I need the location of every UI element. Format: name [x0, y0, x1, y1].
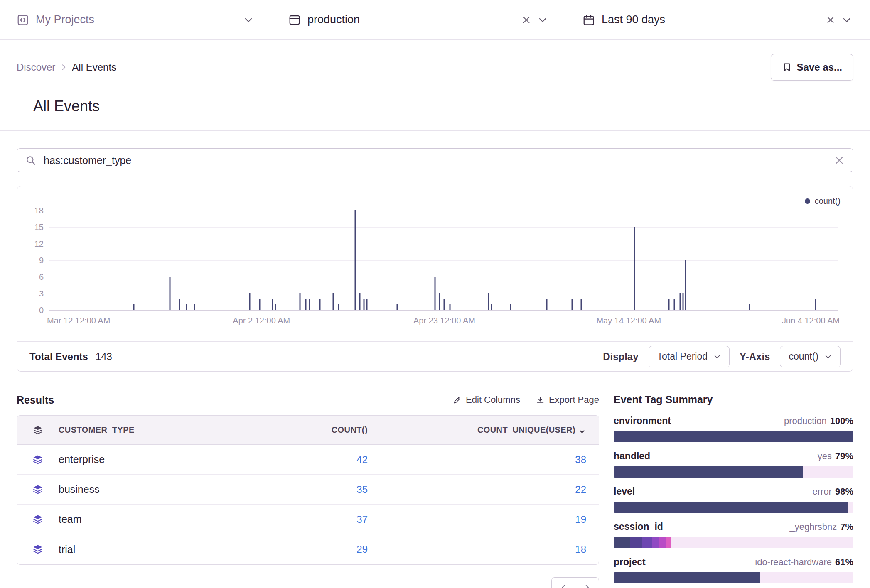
date-range-filter[interactable]: Last 90 days — [566, 0, 870, 39]
y-axis-select-value: count() — [789, 351, 818, 362]
column-header-customer-type[interactable]: CUSTOMER_TYPE — [59, 425, 304, 435]
clear-environment-icon[interactable] — [522, 15, 531, 24]
tag-distribution-bar[interactable] — [614, 431, 853, 442]
count-cell-link[interactable]: 37 — [304, 514, 380, 525]
chevron-right-icon — [59, 63, 68, 71]
chart-spike — [679, 293, 681, 310]
edit-columns-button[interactable]: Edit Columns — [453, 394, 520, 405]
chart-spike — [309, 299, 310, 310]
count-cell-link[interactable]: 35 — [304, 484, 380, 495]
project-filter-label: My Projects — [36, 13, 94, 26]
clear-date-icon[interactable] — [826, 15, 835, 24]
chart-x-labels: Mar 12 12:00 AMApr 2 12:00 AMApr 23 12:0… — [49, 316, 838, 328]
chart-spike — [300, 293, 301, 310]
search-bar — [17, 148, 853, 172]
chevron-down-icon — [713, 353, 721, 360]
chart-spike — [363, 299, 364, 310]
layers-icon — [17, 514, 59, 525]
chart-plot[interactable] — [49, 211, 838, 310]
clear-search-icon[interactable] — [834, 155, 845, 166]
tag-top-value: production — [784, 416, 827, 426]
tag-name: environment — [614, 415, 671, 426]
results-table: CUSTOMER_TYPE COUNT() COUNT_UNIQUE(USER) — [17, 415, 599, 565]
tag-bar-segment — [614, 466, 803, 478]
tag-summary-title: Event Tag Summary — [614, 394, 853, 406]
chevron-down-icon[interactable] — [243, 15, 253, 25]
environment-filter[interactable]: production — [272, 0, 566, 39]
count-unique-cell-link[interactable]: 18 — [380, 544, 599, 555]
table-row: trial 29 18 — [17, 534, 599, 564]
chart-gridline — [49, 227, 838, 228]
display-select[interactable]: Total Period — [649, 346, 730, 368]
layers-icon — [17, 544, 59, 555]
chart-spike — [396, 304, 398, 310]
tag-distribution-bar[interactable] — [614, 502, 853, 513]
tag-distribution-bar[interactable] — [614, 572, 853, 583]
chevron-down-icon[interactable] — [842, 15, 852, 25]
chart-spike — [668, 299, 670, 310]
column-header-count[interactable]: COUNT() — [304, 425, 380, 435]
events-chart-panel: count() 1815129630 Mar 12 12:00 AMApr 2 … — [17, 186, 853, 372]
tag-percentage: 61% — [835, 557, 853, 568]
chart-spike — [133, 304, 134, 310]
count-cell-link[interactable]: 29 — [304, 544, 380, 555]
tag-name: session_id — [614, 521, 663, 532]
chevron-left-icon — [560, 584, 567, 588]
tag-name: handled — [614, 451, 650, 462]
next-page-button[interactable] — [575, 577, 599, 588]
search-input[interactable] — [44, 154, 826, 167]
tag-distribution-bar[interactable] — [614, 537, 853, 548]
chart-spike — [581, 299, 582, 310]
chart-spike — [571, 299, 573, 310]
save-as-label: Save as... — [797, 61, 842, 73]
chart-spike — [338, 304, 339, 310]
count-cell-link[interactable]: 42 — [304, 454, 380, 466]
projects-icon — [17, 14, 29, 26]
results-table-header: CUSTOMER_TYPE COUNT() COUNT_UNIQUE(USER) — [17, 416, 599, 445]
column-header-count-unique[interactable]: COUNT_UNIQUE(USER) — [380, 425, 599, 435]
tag-bar-segment — [642, 537, 652, 548]
tag-summary-item: session_id_yeghrsbnz7% — [614, 521, 853, 548]
page-filter-bar: My Projects production — [0, 0, 870, 40]
calendar-icon — [582, 14, 595, 26]
table-row: team 37 19 — [17, 505, 599, 534]
chevron-down-icon — [824, 353, 832, 360]
chart-legend[interactable]: count() — [805, 196, 841, 206]
tag-distribution-bar[interactable] — [614, 466, 853, 478]
count-unique-cell-link[interactable]: 38 — [380, 454, 599, 466]
export-page-button[interactable]: Export Page — [536, 394, 599, 405]
chevron-down-icon[interactable] — [538, 15, 548, 25]
tag-bar-segment — [614, 502, 848, 513]
x-axis-tick-label: May 14 12:00 AM — [596, 316, 661, 326]
y-axis-select[interactable]: count() — [780, 346, 841, 368]
tag-bar-segment — [652, 537, 659, 548]
bookmark-icon — [782, 62, 792, 72]
chart-footer: Total Events 143 Display Total Period Y-… — [17, 341, 853, 371]
chart-spike — [332, 293, 334, 310]
save-as-button[interactable]: Save as... — [771, 54, 853, 81]
count-unique-cell-link[interactable]: 22 — [380, 484, 599, 495]
y-axis-tick-label: 18 — [34, 206, 44, 216]
x-axis-tick-label: Mar 12 12:00 AM — [47, 316, 110, 326]
y-axis-label: Y-Axis — [740, 351, 770, 363]
chart-spike — [683, 293, 684, 310]
export-page-label: Export Page — [549, 394, 599, 405]
chart-spike — [439, 293, 440, 310]
chart-spike — [249, 293, 250, 310]
chart-spike — [685, 260, 686, 310]
chart-spike — [359, 293, 361, 310]
edit-columns-label: Edit Columns — [466, 394, 520, 405]
tag-top-value: ido-react-hardware — [755, 557, 832, 568]
chart-gridline — [49, 211, 838, 211]
project-filter[interactable]: My Projects — [0, 0, 272, 39]
chart-gridline — [49, 310, 838, 311]
tag-percentage: 79% — [835, 451, 853, 462]
table-row: business 35 22 — [17, 475, 599, 505]
y-axis-tick-label: 12 — [34, 239, 44, 248]
breadcrumb-discover-link[interactable]: Discover — [17, 61, 55, 73]
layers-icon — [17, 454, 59, 466]
breadcrumb-current: All Events — [72, 61, 116, 73]
breadcrumb: Discover All Events — [17, 61, 116, 73]
previous-page-button[interactable] — [551, 577, 575, 588]
count-unique-cell-link[interactable]: 19 — [380, 514, 599, 525]
